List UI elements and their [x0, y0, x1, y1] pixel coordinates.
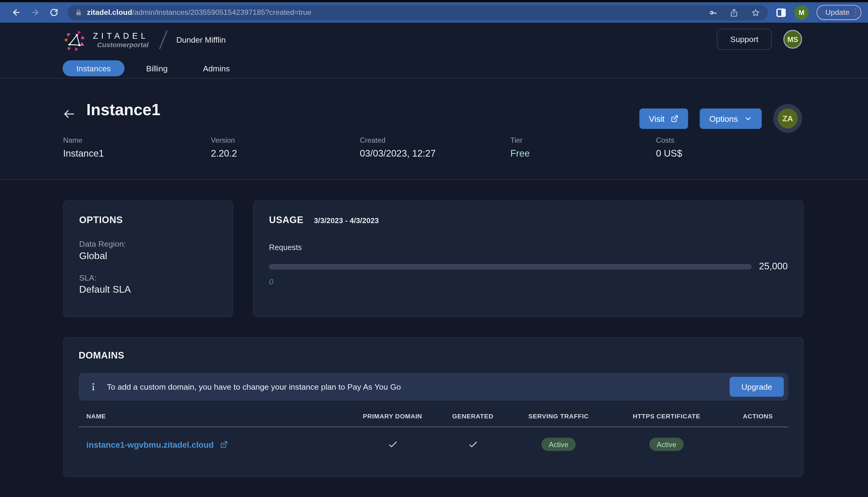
col-header-primary-domain: PRIMARY DOMAIN — [351, 413, 434, 419]
domain-external-link-icon[interactable] — [220, 440, 228, 448]
data-region-value: Global — [79, 250, 217, 261]
requests-progress-bar — [269, 264, 752, 269]
meta-tier: Tier Free — [510, 136, 656, 159]
usage-period: 3/3/2023 - 4/3/2023 — [314, 216, 379, 225]
upgrade-button[interactable]: Upgrade — [730, 377, 784, 397]
screen-top-edge — [0, 0, 868, 2]
brand-area: ZITADEL Customerportal Dunder Mifflin — [62, 28, 226, 52]
generated-check-icon — [434, 439, 512, 450]
instance-actions: Visit Options ZA — [639, 104, 802, 133]
serving-traffic-status-badge: Active — [542, 438, 576, 451]
breadcrumb-slash — [159, 30, 168, 49]
browser-update-button[interactable]: Update — [816, 5, 862, 20]
page-title: Instance1 — [86, 101, 160, 119]
serving-traffic-cell: Active — [512, 438, 605, 451]
header-right: Support MS — [717, 29, 802, 50]
domains-table-header: NAME PRIMARY DOMAIN GENERATED SERVING TR… — [79, 409, 788, 427]
browser-toolbar-right: M Update — [775, 5, 862, 20]
external-link-icon — [671, 114, 679, 123]
info-icon — [89, 382, 97, 392]
sla-value: Default SLA — [79, 284, 217, 295]
https-certificate-cell: Active — [605, 438, 727, 451]
brand-text: ZITADEL Customerportal — [93, 31, 149, 49]
requests-label: Requests — [269, 243, 788, 252]
sla-label: SLA: — [79, 273, 217, 282]
share-icon[interactable] — [729, 8, 738, 17]
support-button[interactable]: Support — [717, 29, 772, 50]
tier-free-value: Free — [510, 148, 656, 160]
browser-forward-icon[interactable] — [25, 8, 44, 17]
side-panel-icon[interactable] — [775, 8, 787, 17]
tab-billing[interactable]: Billing — [132, 60, 181, 76]
meta-name: Name Instance1 — [63, 136, 211, 159]
bookmark-star-icon[interactable] — [751, 8, 760, 17]
options-card-title: OPTIONS — [79, 215, 217, 226]
col-header-name: NAME — [79, 413, 351, 419]
usage-card: USAGE 3/3/2023 - 4/3/2023 Requests 25,00… — [253, 200, 803, 317]
options-card: OPTIONS Data Region: Global SLA: Default… — [63, 200, 233, 317]
url-path: /admin/instances/203559051542397185?crea… — [132, 8, 311, 16]
options-button[interactable]: Options — [700, 108, 761, 129]
chevron-down-icon — [744, 114, 752, 123]
meta-created: Created 03/03/2023, 12:27 — [360, 136, 510, 159]
col-header-serving-traffic: SERVING TRAFFIC — [512, 413, 605, 419]
zitadel-logo-icon — [62, 28, 87, 52]
https-certificate-status-badge: Active — [650, 438, 684, 451]
tab-admins[interactable]: Admins — [189, 60, 244, 76]
usage-card-title: USAGE — [269, 215, 304, 226]
col-header-generated: GENERATED — [434, 413, 512, 419]
requests-limit: 25,000 — [759, 261, 787, 272]
address-bar[interactable]: zitadel.cloud/admin/instances/2035590515… — [68, 5, 768, 20]
table-row: instance1-wgvbmu.zitadel.cloud Active — [79, 427, 788, 461]
address-bar-actions — [708, 8, 760, 17]
browser-back-icon[interactable] — [6, 8, 25, 17]
col-header-actions: ACTIONS — [727, 413, 788, 419]
key-icon[interactable] — [708, 8, 717, 17]
browser-refresh-icon[interactable] — [44, 8, 63, 17]
visit-button[interactable]: Visit — [639, 108, 688, 129]
primary-domain-check-icon — [351, 439, 434, 450]
lock-icon[interactable] — [75, 9, 82, 16]
upgrade-notice-banner: To add a custom domain, you have to chan… — [79, 373, 788, 401]
domains-table: NAME PRIMARY DOMAIN GENERATED SERVING TR… — [79, 409, 788, 462]
content-area: OPTIONS Data Region: Global SLA: Default… — [0, 180, 868, 497]
url-host: zitadel.cloud — [87, 8, 132, 16]
visit-label: Visit — [649, 114, 664, 123]
back-arrow-icon[interactable] — [62, 107, 76, 123]
meta-version: Version 2.20.2 — [211, 136, 360, 159]
instance-avatar: ZA — [778, 109, 798, 128]
user-avatar[interactable]: MS — [783, 30, 802, 49]
browser-toolbar: zitadel.cloud/admin/instances/2035590515… — [0, 2, 868, 23]
update-label: Update — [825, 8, 850, 16]
tab-instances[interactable]: Instances — [62, 60, 125, 76]
brand-subtitle: Customerportal — [97, 41, 149, 49]
browser-menu-icon[interactable] — [854, 8, 856, 17]
instance-meta: Name Instance1 Version 2.20.2 Created 03… — [63, 136, 804, 159]
requests-current: 0 — [269, 277, 788, 286]
site-header: ZITADEL Customerportal Dunder Mifflin Su… — [0, 23, 868, 79]
domain-link[interactable]: instance1-wgvbmu.zitadel.cloud — [86, 440, 214, 449]
instance-header: Instance1 Visit Options ZA Name Instance… — [0, 79, 868, 180]
viewport: zitadel.cloud/admin/instances/2035590515… — [0, 0, 868, 497]
domains-card-title: DOMAINS — [79, 350, 788, 361]
domains-card: DOMAINS To add a custom domain, you have… — [63, 337, 804, 477]
col-header-https-certificate: HTTPS CERTIFICATE — [605, 413, 727, 419]
org-name: Dunder Mifflin — [176, 36, 226, 44]
options-label: Options — [709, 114, 738, 123]
brand-name: ZITADEL — [93, 31, 149, 40]
url-text: zitadel.cloud/admin/instances/2035590515… — [87, 8, 311, 16]
meta-costs: Costs 0 US$ — [656, 136, 682, 159]
data-region-label: Data Region: — [79, 240, 217, 248]
instance-avatar-ring[interactable]: ZA — [773, 104, 802, 133]
browser-profile-avatar[interactable]: M — [794, 5, 809, 20]
main-nav: Instances Billing Admins — [62, 60, 244, 76]
upgrade-notice-text: To add a custom domain, you have to chan… — [107, 382, 720, 391]
